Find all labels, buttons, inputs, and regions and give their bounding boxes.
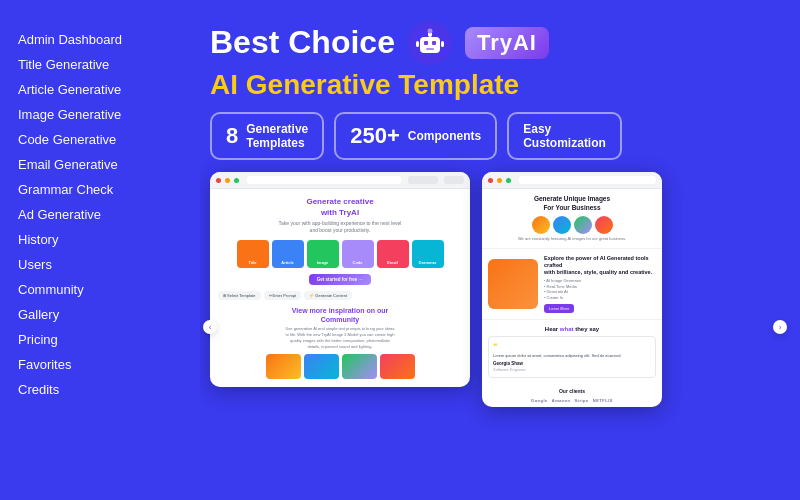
svg-point-6 xyxy=(427,29,432,34)
preview-cards-row: Title Article Image Code Email Grammar xyxy=(218,240,462,268)
sidebar-item-email-generative[interactable]: Email Generative xyxy=(16,153,184,176)
dot-green-r xyxy=(506,178,511,183)
sidebar-item-title-generative[interactable]: Title Generative xyxy=(16,53,184,76)
sidebar-item-favorites[interactable]: Favorites xyxy=(16,353,184,376)
previews-wrapper: ‹ Generate creativewith TryAI Take your … xyxy=(210,172,780,482)
right-quote-text: Lorem ipsum dolor sit amet, consectetur … xyxy=(493,353,651,359)
sidebar-item-gallery[interactable]: Gallery xyxy=(16,303,184,326)
right-reviewer-title: Software Engineer xyxy=(493,367,651,373)
badge-components-text: Components xyxy=(408,129,481,143)
sidebar-item-history[interactable]: History xyxy=(16,228,184,251)
badge-templates-number: 8 xyxy=(226,123,238,149)
sidebar-item-users[interactable]: Users xyxy=(16,253,184,276)
hero-title-line1: Best Choice TryAI xyxy=(210,18,780,68)
svg-rect-8 xyxy=(441,41,444,47)
avatar-1 xyxy=(532,216,550,234)
browser-nav xyxy=(408,176,438,184)
sidebar-nav: Admin Dashboard Title Generative Article… xyxy=(16,28,184,401)
sidebar-item-credits[interactable]: Credits xyxy=(16,378,184,401)
sidebar-item-image-generative[interactable]: Image Generative xyxy=(16,103,184,126)
right-testimonial-title: Hear what they say xyxy=(488,326,656,332)
sidebar-item-admin-dashboard[interactable]: Admin Dashboard xyxy=(16,28,184,51)
preview-cta-btn[interactable]: Get started for free → xyxy=(309,274,371,285)
sidebar-item-grammar-check[interactable]: Grammar Check xyxy=(16,178,184,201)
preview-hero-sub: Take your with app-building experience t… xyxy=(218,220,462,234)
svg-rect-2 xyxy=(424,41,428,45)
feature-badges: 8 Generative Templates 250+ Components E… xyxy=(210,112,780,161)
logo-amazon: Amazon xyxy=(552,398,571,403)
preview-nav-left[interactable]: ‹ xyxy=(203,320,217,334)
preview-nav-right[interactable]: › xyxy=(773,320,787,334)
sidebar-item-code-generative[interactable]: Code Generative xyxy=(16,128,184,151)
preview-card-image: Image xyxy=(307,240,339,268)
avatar-3 xyxy=(574,216,592,234)
right-mid-title: Explore the power of AI Generated tools … xyxy=(544,255,656,276)
right-section-1: Generate Unique ImagesFor Your Business … xyxy=(482,189,662,248)
preview-card-title: Title xyxy=(237,240,269,268)
right-quote-box: ❝ Lorem ipsum dolor sit amet, consectetu… xyxy=(488,336,656,379)
preview-community-body: Use generative AI and simple text prompt… xyxy=(218,326,462,350)
preview-left: Generate creativewith TryAI Take your wi… xyxy=(210,172,470,387)
preview-template-row: ⊞ Select Template ✏ Enter Prompt ⚡ Gener… xyxy=(218,291,462,300)
logo-netflix: NETFLIX xyxy=(593,398,613,403)
dot-yellow xyxy=(225,178,230,183)
url-bar xyxy=(247,176,401,184)
sidebar-item-article-generative[interactable]: Article Generative xyxy=(16,78,184,101)
badge-customization-text: Easy Customization xyxy=(523,122,606,151)
svg-rect-7 xyxy=(416,41,419,47)
badge-components-number: 250+ xyxy=(350,123,400,149)
hero-title-line2: AI Generative Template xyxy=(210,68,780,102)
dot-red-r xyxy=(488,178,493,183)
sidebar-item-community[interactable]: Community xyxy=(16,278,184,301)
feature-badge-templates: 8 Generative Templates xyxy=(210,112,324,161)
right-s1-body: We are constantly featuring AI images fo… xyxy=(488,236,656,242)
hero-section: Best Choice TryAI xyxy=(210,18,780,160)
avatar-4 xyxy=(595,216,613,234)
tryai-badge: TryAI xyxy=(465,27,549,59)
right-mid-btn[interactable]: Learn More xyxy=(544,304,574,313)
preview-left-content: Generate creativewith TryAI Take your wi… xyxy=(210,189,470,387)
right-mid-text: Explore the power of AI Generated tools … xyxy=(544,255,656,313)
hero-title-best-choice: Best Choice xyxy=(210,25,395,60)
preview-img-4 xyxy=(380,354,415,379)
browser-btn xyxy=(444,176,464,184)
robot-icon xyxy=(405,18,455,68)
svg-rect-4 xyxy=(426,48,434,50)
hero-text: Best Choice TryAI xyxy=(210,18,780,160)
right-mid-body: • AI Image Generator • Real-Time Media •… xyxy=(544,278,656,300)
preview-hero-title: Generate creativewith TryAI xyxy=(218,197,462,218)
feature-badge-customization: Easy Customization xyxy=(507,112,622,161)
right-testimonial: Hear what they say ❝ Lorem ipsum dolor s… xyxy=(482,320,662,385)
dot-red xyxy=(216,178,221,183)
right-logos: Google Amazon Stripe NETFLIX xyxy=(482,398,662,407)
template-chip-generate: ⚡ Generate Content xyxy=(304,291,352,300)
right-reviewer-name: Georgia Shaw xyxy=(493,361,651,368)
logo-stripe: Stripe xyxy=(574,398,588,403)
sidebar-item-ad-generative[interactable]: Ad Generative xyxy=(16,203,184,226)
preview-right: Generate Unique ImagesFor Your Business … xyxy=(482,172,662,407)
right-avatars xyxy=(488,216,656,234)
preview-card-code: Code xyxy=(342,240,374,268)
browser-bar-left xyxy=(210,172,470,189)
preview-img-3 xyxy=(342,354,377,379)
sidebar: Admin Dashboard Title Generative Article… xyxy=(0,0,200,500)
preview-card-grammar: Grammar xyxy=(412,240,444,268)
right-mid-img xyxy=(488,259,538,309)
url-bar-r xyxy=(519,176,656,184)
feature-badge-components: 250+ Components xyxy=(334,112,497,161)
preview-community-title: View more inspiration on ourCommunity xyxy=(218,306,462,324)
right-clients-title: Our clients xyxy=(482,384,662,398)
right-s1-title: Generate Unique ImagesFor Your Business xyxy=(488,195,656,212)
right-section-2: Explore the power of AI Generated tools … xyxy=(482,249,662,320)
main-content: Best Choice TryAI xyxy=(200,0,800,500)
dot-green xyxy=(234,178,239,183)
sidebar-item-pricing[interactable]: Pricing xyxy=(16,328,184,351)
preview-img-1 xyxy=(266,354,301,379)
preview-img-2 xyxy=(304,354,339,379)
preview-card-email: Email xyxy=(377,240,409,268)
svg-rect-1 xyxy=(420,37,440,53)
badge-templates-text: Generative Templates xyxy=(246,122,308,151)
browser-bar-right xyxy=(482,172,662,189)
preview-card-article: Article xyxy=(272,240,304,268)
avatar-2 xyxy=(553,216,571,234)
